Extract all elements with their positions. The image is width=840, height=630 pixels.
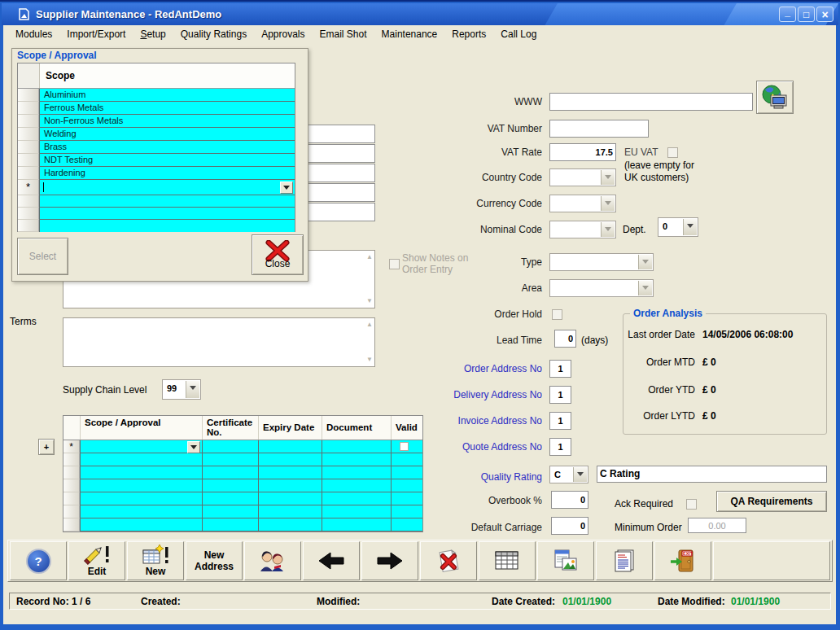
menu-item-setup[interactable]: Setup <box>133 27 173 42</box>
order-hold-checkbox[interactable] <box>552 309 562 320</box>
scope-empty-row[interactable] <box>18 220 295 232</box>
scope-cell[interactable]: NDT Testing <box>39 154 295 167</box>
grid-empty-row[interactable] <box>63 479 422 492</box>
chevron-down-icon[interactable] <box>186 381 199 398</box>
row-selector[interactable]: * <box>18 180 39 195</box>
scope-row[interactable]: Non-Ferrous Metals <box>18 115 295 128</box>
www-browse-button[interactable] <box>756 81 794 114</box>
minimum-order-input[interactable] <box>688 518 746 533</box>
currency-code-combo[interactable] <box>549 195 616 212</box>
scope-row[interactable]: Ferrous Metals <box>18 102 295 115</box>
ack-required-checkbox[interactable] <box>686 499 697 510</box>
expiry-cell[interactable] <box>258 440 322 453</box>
overbook-input[interactable] <box>551 491 588 509</box>
qa-requirements-button[interactable]: QA Requirements <box>716 491 827 512</box>
scroll-down-icon[interactable]: ▼ <box>366 298 373 304</box>
area-combo[interactable] <box>549 279 654 297</box>
terms-textarea[interactable]: ▲ ▼ <box>63 317 375 367</box>
scope-empty-row[interactable] <box>18 195 295 208</box>
menu-item-call-log[interactable]: Call Log <box>493 27 544 42</box>
menu-item-maintenance[interactable]: Maintenance <box>374 27 445 42</box>
chevron-down-icon[interactable] <box>573 467 587 482</box>
scope-new-row[interactable]: * <box>18 180 295 195</box>
scope-empty-row[interactable] <box>18 208 295 220</box>
scope-cell[interactable]: Non-Ferrous Metals <box>39 115 295 128</box>
grid-empty-row[interactable] <box>63 466 422 479</box>
help-button[interactable]: ? <box>10 541 67 580</box>
new-address-button[interactable]: New Address <box>186 541 243 580</box>
scope-row[interactable]: Hardening <box>18 167 295 180</box>
contacts-button[interactable] <box>244 541 301 580</box>
chevron-down-icon[interactable] <box>280 182 293 194</box>
scope-row[interactable]: Welding <box>18 128 295 141</box>
menu-item-email-shot[interactable]: Email Shot <box>313 27 374 42</box>
chevron-down-icon[interactable] <box>601 222 615 237</box>
report-button[interactable] <box>537 541 594 580</box>
invoice-address-input[interactable] <box>549 412 571 430</box>
scroll-up-icon[interactable]: ▲ <box>366 322 373 328</box>
quality-rating-combo[interactable]: C <box>549 466 588 483</box>
www-input[interactable] <box>549 93 753 111</box>
menu-item-reports[interactable]: Reports <box>444 27 493 42</box>
vat-number-input[interactable] <box>549 120 649 138</box>
grid-empty-row[interactable] <box>63 518 422 532</box>
menu-item-approvals[interactable]: Approvals <box>254 27 312 42</box>
scope-cell[interactable]: Ferrous Metals <box>39 102 295 115</box>
chevron-down-icon[interactable] <box>683 219 697 235</box>
order-address-input[interactable] <box>549 360 571 378</box>
chevron-down-icon[interactable] <box>638 281 652 295</box>
scope-row[interactable]: NDT Testing <box>18 154 295 167</box>
eu-vat-checkbox[interactable] <box>667 147 678 158</box>
delete-button[interactable] <box>420 541 477 580</box>
documents-button[interactable] <box>596 541 653 580</box>
menu-item-quality-ratings[interactable]: Quality Ratings <box>173 27 254 42</box>
delivery-address-input[interactable] <box>549 386 571 404</box>
grid-view-button[interactable] <box>479 541 536 580</box>
chevron-down-icon[interactable] <box>638 255 652 269</box>
grid-new-row[interactable]: * <box>63 440 422 453</box>
vat-rate-input[interactable] <box>549 143 616 161</box>
menu-item-import-export[interactable]: Import/Export <box>59 27 133 42</box>
dept-combo[interactable]: 0 <box>658 217 698 237</box>
grid-empty-row[interactable] <box>63 505 422 518</box>
scope-row[interactable]: Aluminium <box>18 89 295 102</box>
maximize-button[interactable]: □ <box>798 7 815 22</box>
supply-chain-combo[interactable]: 99 <box>162 379 201 400</box>
chevron-down-icon[interactable] <box>187 441 200 453</box>
nominal-code-combo[interactable] <box>549 221 616 238</box>
select-button[interactable]: Select <box>17 238 68 275</box>
col-expiry-date[interactable]: Expiry Date <box>258 416 322 440</box>
scope-row[interactable]: Brass <box>18 141 295 154</box>
add-row-button[interactable]: + <box>38 439 55 455</box>
lead-time-input[interactable] <box>554 330 576 348</box>
next-record-button[interactable] <box>361 541 418 580</box>
country-code-combo[interactable] <box>549 168 616 186</box>
col-certificate-no[interactable]: Certificate No. <box>202 416 258 440</box>
col-scope-approval[interactable]: Scope / Approval <box>80 416 202 440</box>
quote-address-input[interactable] <box>549 438 571 456</box>
scroll-down-icon[interactable]: ▼ <box>366 357 373 363</box>
grid-empty-row[interactable] <box>63 492 422 505</box>
minimize-button[interactable]: _ <box>779 7 796 22</box>
exit-button[interactable]: EXIT <box>654 541 711 580</box>
scope-edit-cell[interactable] <box>39 180 295 195</box>
close-button[interactable]: Close <box>252 234 304 275</box>
previous-record-button[interactable] <box>303 541 360 580</box>
chevron-down-icon[interactable] <box>601 196 615 211</box>
menu-item-modules[interactable]: Modules <box>8 27 59 42</box>
chevron-down-icon[interactable] <box>601 170 615 185</box>
close-window-button[interactable]: × <box>816 7 833 22</box>
scope-cell[interactable]: Hardening <box>39 167 295 180</box>
scope-cell[interactable]: Brass <box>39 141 295 154</box>
row-selector[interactable]: * <box>63 440 80 453</box>
grid-empty-row[interactable] <box>63 453 422 466</box>
certificate-cell[interactable] <box>202 440 258 453</box>
edit-button[interactable]: Edit <box>68 541 125 580</box>
scope-cell[interactable]: Aluminium <box>39 89 295 102</box>
scope-cell[interactable] <box>80 440 202 453</box>
scope-column-header[interactable]: Scope <box>46 70 75 81</box>
scope-cell[interactable]: Welding <box>39 128 295 141</box>
default-carriage-input[interactable] <box>551 517 588 535</box>
type-combo[interactable] <box>549 253 654 271</box>
new-button[interactable]: New <box>127 541 184 580</box>
